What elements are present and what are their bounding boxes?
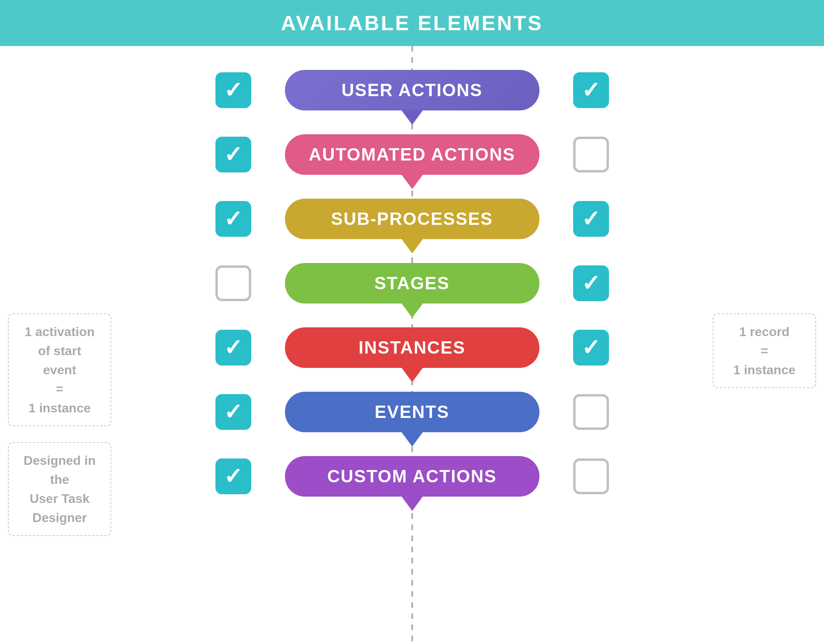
- rows-wrapper: ✓USER ACTIONS✓✓AUTOMATED ACTIONS✓SUB-PRO…: [0, 46, 824, 497]
- left-checkmark-custom-actions: ✓: [224, 465, 242, 487]
- row-user-actions: ✓USER ACTIONS✓: [0, 70, 824, 110]
- right-checkmark-sub-processes: ✓: [582, 208, 600, 230]
- right-checkmark-stages: ✓: [582, 272, 600, 294]
- right-checkbox-container-events: [547, 394, 635, 430]
- left-note-text-custom-actions: Designed in theUser Task Designer: [20, 451, 99, 527]
- row-events: ✓EVENTS: [0, 392, 824, 432]
- row-sub-processes: ✓SUB-PROCESSES✓: [0, 199, 824, 239]
- pill-container-instances: INSTANCES: [277, 327, 547, 368]
- left-checkbox-instances[interactable]: ✓: [215, 330, 251, 366]
- row-stages: STAGES✓: [0, 263, 824, 304]
- right-checkbox-container-custom-actions: [547, 458, 635, 494]
- pill-instances[interactable]: INSTANCES: [285, 327, 539, 368]
- left-checkbox-container-automated-actions: ✓: [190, 137, 277, 172]
- pill-sub-processes[interactable]: SUB-PROCESSES: [285, 199, 539, 239]
- left-note-text-instances: 1 activationof start event=1 instance: [20, 322, 99, 418]
- left-note-instances: 1 activationof start event=1 instance: [8, 313, 111, 426]
- right-checkbox-container-sub-processes: ✓: [547, 201, 635, 237]
- header-bar: AVAILABLE ELEMENTS: [0, 0, 824, 46]
- left-checkmark-events: ✓: [224, 401, 242, 423]
- right-checkbox-stages[interactable]: ✓: [573, 265, 609, 301]
- row-custom-actions: ✓CUSTOM ACTIONS: [0, 456, 824, 497]
- main-content: ✓USER ACTIONS✓✓AUTOMATED ACTIONS✓SUB-PRO…: [0, 46, 824, 644]
- right-checkbox-custom-actions[interactable]: [573, 458, 609, 494]
- left-checkbox-sub-processes[interactable]: ✓: [215, 201, 251, 237]
- left-checkbox-user-actions[interactable]: ✓: [215, 72, 251, 108]
- left-checkbox-container-custom-actions: ✓: [190, 458, 277, 494]
- left-checkbox-events[interactable]: ✓: [215, 394, 251, 430]
- right-checkbox-instances[interactable]: ✓: [573, 330, 609, 366]
- right-checkbox-container-instances: ✓: [547, 330, 635, 366]
- right-checkbox-automated-actions[interactable]: [573, 137, 609, 172]
- pill-container-sub-processes: SUB-PROCESSES: [277, 199, 547, 239]
- row-instances: ✓INSTANCES✓: [0, 327, 824, 368]
- pill-stages[interactable]: STAGES: [285, 263, 539, 304]
- right-checkbox-container-automated-actions: [547, 137, 635, 172]
- pill-automated-actions[interactable]: AUTOMATED ACTIONS: [285, 134, 539, 175]
- left-checkmark-user-actions: ✓: [224, 79, 242, 101]
- right-checkbox-container-user-actions: ✓: [547, 72, 635, 108]
- pill-container-custom-actions: CUSTOM ACTIONS: [277, 456, 547, 497]
- left-checkmark-instances: ✓: [224, 337, 242, 359]
- header-title: AVAILABLE ELEMENTS: [0, 11, 824, 35]
- right-checkmark-user-actions: ✓: [582, 79, 600, 101]
- left-checkbox-automated-actions[interactable]: ✓: [215, 137, 251, 172]
- pill-container-automated-actions: AUTOMATED ACTIONS: [277, 134, 547, 175]
- left-checkbox-container-sub-processes: ✓: [190, 201, 277, 237]
- pill-user-actions[interactable]: USER ACTIONS: [285, 70, 539, 110]
- left-checkmark-sub-processes: ✓: [224, 208, 242, 230]
- left-checkbox-container-user-actions: ✓: [190, 72, 277, 108]
- pill-container-user-actions: USER ACTIONS: [277, 70, 547, 110]
- row-automated-actions: ✓AUTOMATED ACTIONS: [0, 134, 824, 175]
- pill-container-stages: STAGES: [277, 263, 547, 304]
- left-checkbox-stages[interactable]: [215, 265, 251, 301]
- pill-container-events: EVENTS: [277, 392, 547, 432]
- left-note-custom-actions: Designed in theUser Task Designer: [8, 442, 111, 536]
- right-checkbox-events[interactable]: [573, 394, 609, 430]
- right-checkbox-sub-processes[interactable]: ✓: [573, 201, 609, 237]
- left-checkbox-container-instances: ✓: [190, 330, 277, 366]
- right-checkmark-instances: ✓: [582, 337, 600, 359]
- right-note-instances: 1 record=1 instance: [713, 313, 816, 388]
- right-note-text-instances: 1 record=1 instance: [725, 322, 804, 379]
- left-checkmark-automated-actions: ✓: [224, 143, 242, 166]
- right-checkbox-user-actions[interactable]: ✓: [573, 72, 609, 108]
- right-checkbox-container-stages: ✓: [547, 265, 635, 301]
- left-checkbox-container-events: ✓: [190, 394, 277, 430]
- pill-custom-actions[interactable]: CUSTOM ACTIONS: [285, 456, 539, 497]
- left-checkbox-container-stages: [190, 265, 277, 301]
- pill-events[interactable]: EVENTS: [285, 392, 539, 432]
- left-checkbox-custom-actions[interactable]: ✓: [215, 458, 251, 494]
